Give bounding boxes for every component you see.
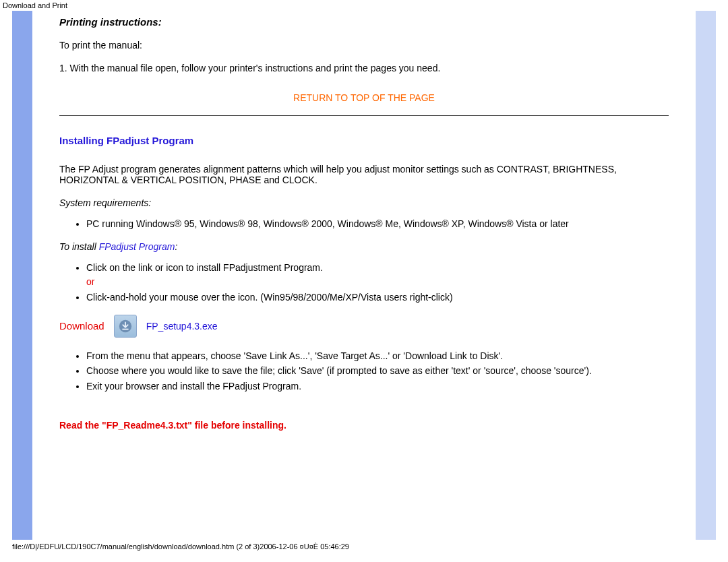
install-heading-suffix: : — [175, 241, 177, 252]
printing-intro: To print the manual: — [59, 40, 669, 51]
fpadjust-program-link[interactable]: FPadjust Program — [99, 241, 175, 252]
list-item: Click-and-hold your mouse over the icon.… — [86, 291, 669, 304]
install-heading-prefix: To install — [59, 241, 99, 252]
download-filename-link[interactable]: FP_setup4.3.exe — [146, 321, 218, 332]
return-to-top-link[interactable]: RETURN TO TOP OF THE PAGE — [59, 92, 669, 103]
download-icon[interactable] — [114, 315, 137, 338]
list-item: PC running Windows® 95, Windows® 98, Win… — [86, 218, 669, 230]
section-divider — [59, 115, 669, 116]
fpadjust-description: The FP Adjust program generates alignmen… — [59, 164, 669, 185]
list-item: From the menu that appears, choose 'Save… — [86, 350, 669, 363]
install-bullet-1-text: Click on the link or icon to install FPa… — [86, 262, 323, 273]
printing-instructions-heading: Printing instructions: — [59, 16, 669, 28]
content-frame: Printing instructions: To print the manu… — [12, 11, 716, 540]
or-text: or — [86, 276, 669, 288]
page-title: Download and Print — [0, 0, 728, 11]
list-item: Exit your browser and install the FPadju… — [86, 380, 669, 393]
install-steps-list: Click on the link or icon to install FPa… — [86, 261, 669, 304]
left-decoration-bar — [12, 11, 32, 540]
system-requirements-heading: System requirements: — [59, 197, 669, 208]
list-item: Click on the link or icon to install FPa… — [86, 261, 669, 288]
readme-note: Read the "FP_Readme4.3.txt" file before … — [59, 420, 669, 431]
download-row: Download FP_setup4.3.exe — [59, 315, 669, 338]
svg-rect-1 — [122, 328, 128, 330]
list-item: Choose where you would like to save the … — [86, 365, 669, 377]
system-requirements-list: PC running Windows® 95, Windows® 98, Win… — [86, 218, 669, 230]
main-content: Printing instructions: To print the manu… — [32, 11, 696, 540]
download-label: Download — [59, 320, 104, 332]
installing-fpadjust-heading: Installing FPadjust Program — [59, 135, 669, 146]
printing-step-1: 1. With the manual file open, follow you… — [59, 63, 669, 73]
save-steps-list: From the menu that appears, choose 'Save… — [86, 350, 669, 394]
right-decoration-bar — [696, 11, 716, 540]
footer-path: file:///D|/EDFU/LCD/190C7/manual/english… — [0, 540, 728, 555]
install-heading: To install FPadjust Program: — [59, 241, 669, 252]
